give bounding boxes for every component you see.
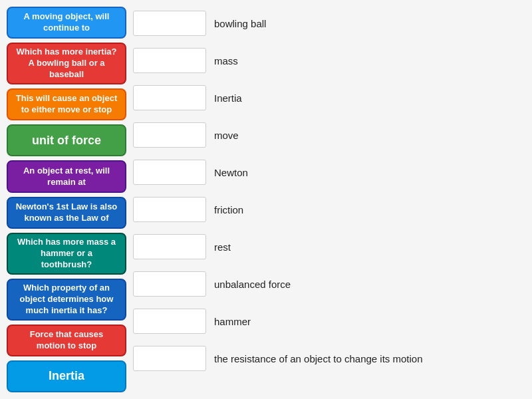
match-row-6: friction <box>133 193 525 226</box>
match-label-10: the resistance of an object to change it… <box>214 352 525 366</box>
answer-box-10[interactable] <box>133 346 206 371</box>
match-row-2: mass <box>133 44 525 77</box>
card-10[interactable]: Inertia <box>7 360 126 392</box>
match-label-8: unbalanced force <box>214 277 525 291</box>
card-2[interactable]: Which has more inertia? A bowling ball o… <box>7 43 126 84</box>
answer-box-1[interactable] <box>133 11 206 36</box>
match-row-4: move <box>133 118 525 152</box>
match-label-9: hammer <box>214 315 525 329</box>
answer-box-4[interactable] <box>133 122 206 148</box>
card-7[interactable]: Which has more mass a hammer or a toothb… <box>7 233 126 275</box>
match-label-7: rest <box>214 240 525 254</box>
answer-box-8[interactable] <box>133 271 206 297</box>
match-row-3: Inertia <box>133 81 525 114</box>
left-cards-column: A moving object, will continue toWhich h… <box>7 7 133 392</box>
match-label-3: Inertia <box>214 91 525 105</box>
match-label-4: move <box>214 128 525 142</box>
match-row-1: bowling ball <box>133 7 525 40</box>
match-label-1: bowling ball <box>214 17 525 31</box>
answer-box-5[interactable] <box>133 160 206 185</box>
card-6[interactable]: Newton's 1st Law is also known as the La… <box>7 197 126 229</box>
match-row-9: hammer <box>133 305 525 338</box>
match-row-8: unbalanced force <box>133 267 525 301</box>
match-label-2: mass <box>214 54 525 68</box>
right-matches-column: bowling ballmassInertiamoveNewtonfrictio… <box>133 7 525 392</box>
answer-box-3[interactable] <box>133 85 206 110</box>
card-4[interactable]: unit of force <box>7 124 126 156</box>
answer-box-9[interactable] <box>133 309 206 334</box>
card-9[interactable]: Force that causes motion to stop <box>7 325 126 356</box>
answer-box-2[interactable] <box>133 48 206 73</box>
answer-box-6[interactable] <box>133 197 206 222</box>
match-label-5: Newton <box>214 166 525 180</box>
match-row-10: the resistance of an object to change it… <box>133 342 525 375</box>
card-1[interactable]: A moving object, will continue to <box>7 7 126 39</box>
card-8[interactable]: Which property of an object determines h… <box>7 279 126 321</box>
answer-box-7[interactable] <box>133 234 206 259</box>
match-row-5: Newton <box>133 156 525 189</box>
match-label-6: friction <box>214 203 525 217</box>
match-row-7: rest <box>133 230 525 263</box>
card-5[interactable]: An object at rest, will remain at <box>7 160 126 192</box>
card-3[interactable]: This will cause an object to either move… <box>7 88 126 120</box>
